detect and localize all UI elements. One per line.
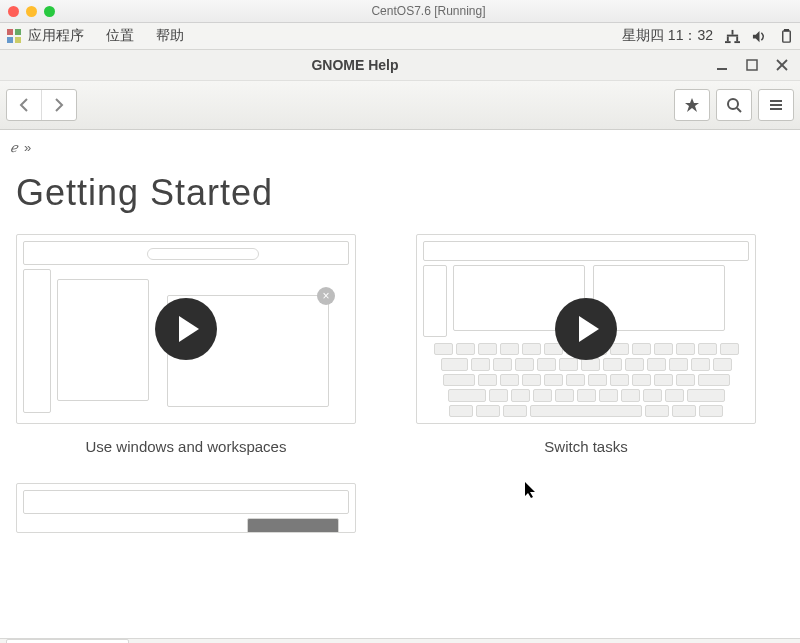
breadcrumb-sep: » [24,140,31,155]
tile-preview: × [16,234,356,424]
content-area: Getting Started × Use windows and worksp… [0,164,800,638]
svg-marker-23 [525,482,535,498]
svg-rect-2 [7,37,13,43]
menu-help[interactable]: 帮助 [156,27,184,45]
mac-close-button[interactable] [8,6,19,17]
maximize-button[interactable] [742,55,762,75]
svg-rect-7 [736,36,738,41]
svg-marker-10 [753,30,760,41]
svg-rect-4 [732,29,734,34]
tile-windows-workspaces[interactable]: × Use windows and workspaces [16,234,356,455]
close-icon: × [317,287,335,305]
svg-rect-0 [7,29,13,35]
app-title: GNOME Help [8,57,702,73]
play-icon [155,298,217,360]
mac-minimize-button[interactable] [26,6,37,17]
tile-preview [16,483,356,533]
play-icon [555,298,617,360]
network-icon[interactable] [725,29,740,44]
bookmark-button[interactable] [674,89,710,121]
svg-rect-6 [727,36,729,41]
app-titlebar: GNOME Help [0,50,800,81]
back-button[interactable] [7,90,41,120]
tile-preview [416,234,756,424]
cursor-icon [525,482,537,498]
breadcrumb: ℯ » [0,130,800,164]
menu-applications[interactable]: 应用程序 [28,27,84,45]
page-title: Getting Started [16,172,784,214]
battery-icon[interactable] [779,29,794,44]
menu-places[interactable]: 位置 [106,27,134,45]
tile-partial[interactable] [16,483,356,533]
menu-button[interactable] [758,89,794,121]
svg-point-18 [728,99,738,109]
breadcrumb-home-icon[interactable]: ℯ [10,140,18,155]
tile-switch-tasks[interactable]: Switch tasks [416,234,756,455]
svg-rect-3 [15,37,21,43]
volume-icon[interactable] [752,29,767,44]
tile-row: × Use windows and workspaces [16,234,784,455]
activities-icon[interactable] [6,28,22,44]
toolbar [0,81,800,130]
mac-titlebar: CentOS7.6 [Running] [0,0,800,23]
minimize-button[interactable] [712,55,732,75]
svg-rect-13 [717,68,727,70]
gnome-menubar: 应用程序 位置 帮助 星期四 11：32 [0,23,800,50]
close-button[interactable] [772,55,792,75]
gnome-taskbar: GNOME Help 1 / 4 [0,638,800,643]
search-button[interactable] [716,89,752,121]
svg-marker-17 [685,98,699,112]
mac-window-buttons [8,6,55,17]
svg-line-19 [737,108,741,112]
svg-rect-14 [747,60,757,70]
svg-rect-12 [785,29,789,31]
svg-rect-5 [727,34,738,36]
forward-button[interactable] [41,90,76,120]
mac-window-title: CentOS7.6 [Running] [65,4,792,18]
mac-maximize-button[interactable] [44,6,55,17]
task-gnome-help[interactable]: GNOME Help [6,639,129,644]
svg-rect-1 [15,29,21,35]
nav-buttons [6,89,77,121]
clock-label[interactable]: 星期四 11：32 [622,27,713,45]
tile-caption: Switch tasks [416,438,756,455]
svg-rect-11 [783,30,791,41]
svg-rect-9 [734,41,740,43]
svg-rect-8 [725,41,731,43]
tile-caption: Use windows and workspaces [16,438,356,455]
